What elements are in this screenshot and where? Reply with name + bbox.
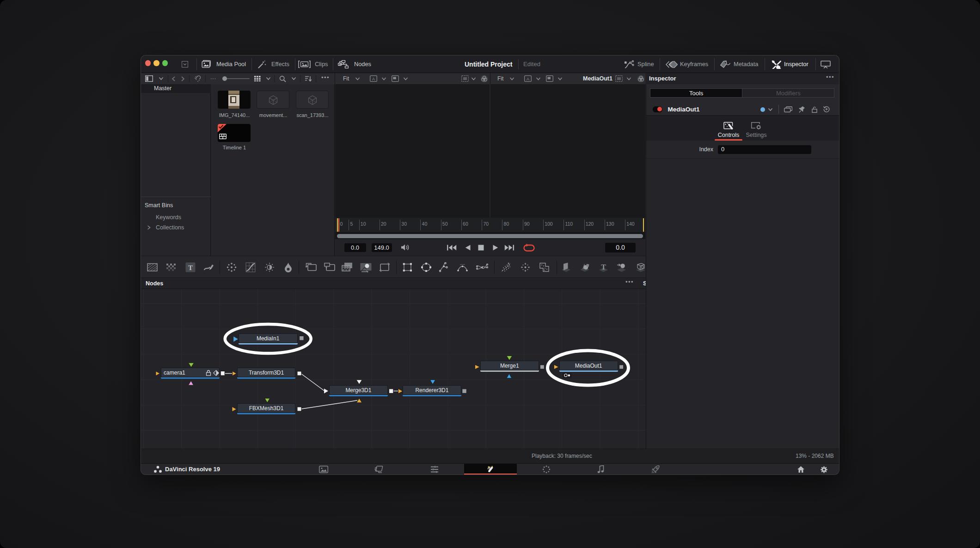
svg-text:T: T <box>188 264 193 271</box>
svg-text:T: T <box>601 263 606 271</box>
svg-text:A: A <box>372 76 375 81</box>
svg-text:A: A <box>527 76 530 81</box>
